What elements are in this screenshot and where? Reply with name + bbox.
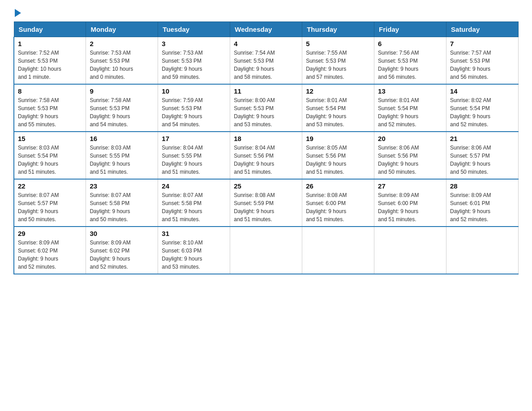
day-info: Sunrise: 8:00 AM Sunset: 5:53 PM Dayligh… bbox=[234, 96, 298, 128]
day-number: 14 bbox=[450, 87, 515, 95]
day-info: Sunrise: 8:09 AM Sunset: 6:00 PM Dayligh… bbox=[378, 191, 442, 223]
logo-triangle-icon bbox=[15, 9, 21, 17]
day-number: 26 bbox=[306, 182, 370, 190]
day-info: Sunrise: 8:05 AM Sunset: 5:56 PM Dayligh… bbox=[306, 144, 370, 176]
day-info: Sunrise: 7:52 AM Sunset: 5:53 PM Dayligh… bbox=[18, 49, 82, 81]
calendar-cell: 4 Sunrise: 7:54 AM Sunset: 5:53 PM Dayli… bbox=[230, 37, 302, 85]
day-info: Sunrise: 8:06 AM Sunset: 5:56 PM Dayligh… bbox=[378, 144, 442, 176]
day-number: 17 bbox=[162, 135, 226, 142]
day-number: 6 bbox=[378, 40, 442, 47]
day-info: Sunrise: 8:07 AM Sunset: 5:58 PM Dayligh… bbox=[90, 191, 154, 223]
calendar-cell: 9 Sunrise: 7:58 AM Sunset: 5:53 PM Dayli… bbox=[86, 84, 158, 132]
day-number: 19 bbox=[306, 135, 370, 142]
day-info: Sunrise: 8:02 AM Sunset: 5:54 PM Dayligh… bbox=[450, 96, 515, 128]
day-number: 18 bbox=[234, 135, 298, 142]
calendar-cell: 6 Sunrise: 7:56 AM Sunset: 5:53 PM Dayli… bbox=[374, 37, 446, 85]
day-number: 12 bbox=[306, 87, 370, 95]
calendar-cell: 25 Sunrise: 8:08 AM Sunset: 5:59 PM Dayl… bbox=[230, 179, 302, 227]
day-number: 16 bbox=[90, 135, 154, 142]
day-info: Sunrise: 7:57 AM Sunset: 5:53 PM Dayligh… bbox=[450, 49, 515, 81]
day-number: 15 bbox=[18, 135, 82, 142]
day-info: Sunrise: 7:55 AM Sunset: 5:53 PM Dayligh… bbox=[306, 49, 370, 81]
calendar-cell: 2 Sunrise: 7:53 AM Sunset: 5:53 PM Dayli… bbox=[86, 37, 158, 85]
weekday-header-sunday: Sunday bbox=[14, 22, 86, 37]
day-number: 25 bbox=[234, 182, 298, 190]
day-number: 27 bbox=[378, 182, 442, 190]
calendar-week-row: 1 Sunrise: 7:52 AM Sunset: 5:53 PM Dayli… bbox=[14, 37, 519, 85]
page-header bbox=[13, 9, 519, 17]
calendar-cell: 11 Sunrise: 8:00 AM Sunset: 5:53 PM Dayl… bbox=[230, 84, 302, 132]
weekday-header-tuesday: Tuesday bbox=[158, 22, 230, 37]
calendar-cell: 28 Sunrise: 8:09 AM Sunset: 6:01 PM Dayl… bbox=[446, 179, 519, 227]
calendar-cell: 12 Sunrise: 8:01 AM Sunset: 5:54 PM Dayl… bbox=[302, 84, 374, 132]
calendar-cell: 7 Sunrise: 7:57 AM Sunset: 5:53 PM Dayli… bbox=[446, 37, 519, 85]
day-info: Sunrise: 7:59 AM Sunset: 5:53 PM Dayligh… bbox=[162, 96, 226, 128]
day-info: Sunrise: 8:07 AM Sunset: 5:57 PM Dayligh… bbox=[18, 191, 82, 223]
day-number: 30 bbox=[90, 230, 154, 237]
calendar-cell: 14 Sunrise: 8:02 AM Sunset: 5:54 PM Dayl… bbox=[446, 84, 519, 132]
calendar-cell: 20 Sunrise: 8:06 AM Sunset: 5:56 PM Dayl… bbox=[374, 132, 446, 179]
calendar-cell: 16 Sunrise: 8:03 AM Sunset: 5:55 PM Dayl… bbox=[86, 132, 158, 179]
day-info: Sunrise: 8:09 AM Sunset: 6:01 PM Dayligh… bbox=[450, 191, 515, 223]
day-number: 22 bbox=[18, 182, 82, 190]
day-info: Sunrise: 8:07 AM Sunset: 5:58 PM Dayligh… bbox=[162, 191, 226, 223]
day-info: Sunrise: 8:10 AM Sunset: 6:03 PM Dayligh… bbox=[162, 239, 226, 271]
day-info: Sunrise: 7:53 AM Sunset: 5:53 PM Dayligh… bbox=[90, 49, 154, 81]
calendar-table: SundayMondayTuesdayWednesdayThursdayFrid… bbox=[13, 21, 519, 274]
day-number: 9 bbox=[90, 87, 154, 95]
day-number: 7 bbox=[450, 40, 515, 47]
day-number: 28 bbox=[450, 182, 515, 190]
calendar-cell: 23 Sunrise: 8:07 AM Sunset: 5:58 PM Dayl… bbox=[86, 179, 158, 227]
day-number: 11 bbox=[234, 87, 298, 95]
day-info: Sunrise: 8:03 AM Sunset: 5:55 PM Dayligh… bbox=[90, 144, 154, 176]
calendar-cell: 27 Sunrise: 8:09 AM Sunset: 6:00 PM Dayl… bbox=[374, 179, 446, 227]
calendar-cell: 29 Sunrise: 8:09 AM Sunset: 6:02 PM Dayl… bbox=[14, 227, 86, 274]
day-info: Sunrise: 8:04 AM Sunset: 5:56 PM Dayligh… bbox=[234, 144, 298, 176]
calendar-cell: 10 Sunrise: 7:59 AM Sunset: 5:53 PM Dayl… bbox=[158, 84, 230, 132]
day-info: Sunrise: 8:01 AM Sunset: 5:54 PM Dayligh… bbox=[378, 96, 442, 128]
day-info: Sunrise: 8:08 AM Sunset: 5:59 PM Dayligh… bbox=[234, 191, 298, 223]
calendar-cell bbox=[302, 227, 374, 274]
day-info: Sunrise: 7:58 AM Sunset: 5:53 PM Dayligh… bbox=[18, 96, 82, 128]
day-info: Sunrise: 8:01 AM Sunset: 5:54 PM Dayligh… bbox=[306, 96, 370, 128]
weekday-header-monday: Monday bbox=[86, 22, 158, 37]
day-number: 5 bbox=[306, 40, 370, 47]
day-info: Sunrise: 8:06 AM Sunset: 5:57 PM Dayligh… bbox=[450, 144, 515, 176]
day-number: 10 bbox=[162, 87, 226, 95]
calendar-cell: 18 Sunrise: 8:04 AM Sunset: 5:56 PM Dayl… bbox=[230, 132, 302, 179]
day-info: Sunrise: 7:56 AM Sunset: 5:53 PM Dayligh… bbox=[378, 49, 442, 81]
day-info: Sunrise: 8:04 AM Sunset: 5:55 PM Dayligh… bbox=[162, 144, 226, 176]
calendar-cell bbox=[446, 227, 519, 274]
day-number: 21 bbox=[450, 135, 515, 142]
day-info: Sunrise: 7:53 AM Sunset: 5:53 PM Dayligh… bbox=[162, 49, 226, 81]
day-info: Sunrise: 7:58 AM Sunset: 5:53 PM Dayligh… bbox=[90, 96, 154, 128]
day-number: 24 bbox=[162, 182, 226, 190]
day-info: Sunrise: 8:08 AM Sunset: 6:00 PM Dayligh… bbox=[306, 191, 370, 223]
calendar-cell: 26 Sunrise: 8:08 AM Sunset: 6:00 PM Dayl… bbox=[302, 179, 374, 227]
calendar-cell: 24 Sunrise: 8:07 AM Sunset: 5:58 PM Dayl… bbox=[158, 179, 230, 227]
day-number: 8 bbox=[18, 87, 82, 95]
day-info: Sunrise: 8:09 AM Sunset: 6:02 PM Dayligh… bbox=[18, 239, 82, 271]
day-info: Sunrise: 7:54 AM Sunset: 5:53 PM Dayligh… bbox=[234, 49, 298, 81]
calendar-cell: 21 Sunrise: 8:06 AM Sunset: 5:57 PM Dayl… bbox=[446, 132, 519, 179]
logo bbox=[13, 9, 21, 17]
weekday-header-row: SundayMondayTuesdayWednesdayThursdayFrid… bbox=[14, 22, 519, 37]
calendar-cell: 5 Sunrise: 7:55 AM Sunset: 5:53 PM Dayli… bbox=[302, 37, 374, 85]
day-number: 29 bbox=[18, 230, 82, 237]
calendar-cell: 13 Sunrise: 8:01 AM Sunset: 5:54 PM Dayl… bbox=[374, 84, 446, 132]
weekday-header-friday: Friday bbox=[374, 22, 446, 37]
day-number: 1 bbox=[18, 40, 82, 47]
day-number: 3 bbox=[162, 40, 226, 47]
calendar-cell bbox=[230, 227, 302, 274]
calendar-week-row: 15 Sunrise: 8:03 AM Sunset: 5:54 PM Dayl… bbox=[14, 132, 519, 179]
calendar-cell: 19 Sunrise: 8:05 AM Sunset: 5:56 PM Dayl… bbox=[302, 132, 374, 179]
logo-blue-part bbox=[13, 9, 21, 17]
day-number: 20 bbox=[378, 135, 442, 142]
calendar-cell: 31 Sunrise: 8:10 AM Sunset: 6:03 PM Dayl… bbox=[158, 227, 230, 274]
calendar-week-row: 22 Sunrise: 8:07 AM Sunset: 5:57 PM Dayl… bbox=[14, 179, 519, 227]
calendar-cell bbox=[374, 227, 446, 274]
weekday-header-wednesday: Wednesday bbox=[230, 22, 302, 37]
day-number: 31 bbox=[162, 230, 226, 237]
day-info: Sunrise: 8:03 AM Sunset: 5:54 PM Dayligh… bbox=[18, 144, 82, 176]
calendar-cell: 8 Sunrise: 7:58 AM Sunset: 5:53 PM Dayli… bbox=[14, 84, 86, 132]
